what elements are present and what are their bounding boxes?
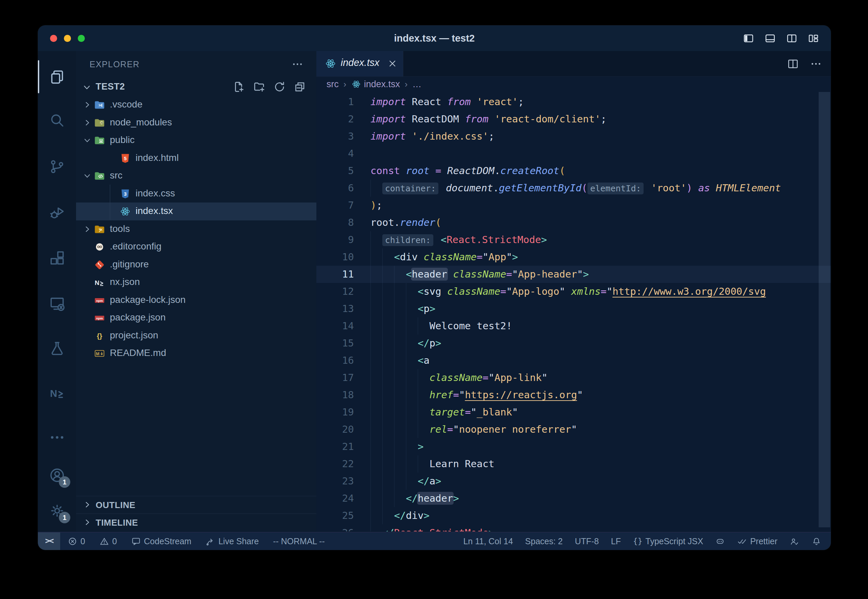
activity-item-nx-console[interactable]: N xyxy=(49,385,66,402)
line-number: 12 xyxy=(316,283,354,300)
customize-layout-button[interactable] xyxy=(808,32,819,44)
tree-item-node-modules[interactable]: JSnode_modules xyxy=(76,114,316,132)
status-item-lf[interactable]: LF xyxy=(611,536,621,546)
status-item[interactable] xyxy=(790,536,799,546)
tree-item--gitignore[interactable]: .gitignore xyxy=(76,256,316,274)
code-editor: 1import React from 'react';2import React… xyxy=(316,92,831,531)
breadcrumb-item[interactable]: src xyxy=(326,79,339,90)
status-item-live-share[interactable]: Live Share xyxy=(206,536,259,546)
status-item-ln-11-col-14[interactable]: Ln 11, Col 14 xyxy=(463,536,513,546)
code-line-25: 25 </div> xyxy=(316,507,831,524)
outline-section[interactable]: OUTLINE xyxy=(76,496,316,514)
tree-item-index-html[interactable]: 5index.html xyxy=(76,149,316,167)
line-number: 15 xyxy=(316,335,354,352)
timeline-label: TIMELINE xyxy=(96,518,138,528)
code-line-9: 9 children: <React.StrictMode> xyxy=(316,231,831,248)
file-label: README.md xyxy=(110,348,166,358)
status-item-0[interactable]: 0 xyxy=(68,536,85,546)
status-left: 00CodeStreamLive Share-- NORMAL -- xyxy=(68,533,325,550)
breadcrumb-item[interactable]: … xyxy=(412,79,421,90)
activity-item-search[interactable] xyxy=(49,112,66,129)
tree-item-nx-json[interactable]: Nnx.json xyxy=(76,274,316,291)
code-line-17: 17 className="App-link" xyxy=(316,369,831,386)
inlay-hint: children: xyxy=(382,234,433,246)
tree-item-index-css[interactable]: 3index.css xyxy=(76,185,316,203)
svg-text:{}: {} xyxy=(97,332,102,339)
line-number: 23 xyxy=(316,473,354,490)
status-item[interactable] xyxy=(812,536,821,546)
code-line-12: 12 <svg className="App-logo" xmlns="http… xyxy=(316,283,831,300)
breadcrumb-label: … xyxy=(412,79,421,90)
tree-item-src[interactable]: src xyxy=(76,167,316,185)
line-number: 16 xyxy=(316,352,354,369)
breadcrumb-item[interactable]: index.tsx xyxy=(351,79,400,90)
toggle-primary-sidebar-button[interactable] xyxy=(743,32,754,44)
status-item-codestream[interactable]: CodeStream xyxy=(131,536,191,546)
new-file-button[interactable] xyxy=(233,80,245,93)
git-icon xyxy=(93,259,105,271)
remote-indicator[interactable]: >< xyxy=(38,533,60,550)
workspace-section-header[interactable]: TEST2 xyxy=(76,78,316,97)
tab-index-tsx[interactable]: index.tsx xyxy=(316,51,403,77)
activity-item-extensions[interactable] xyxy=(49,250,66,267)
svg-text:M: M xyxy=(96,352,99,356)
status-item-typescript-jsx[interactable]: {}TypeScript JSX xyxy=(633,536,703,546)
title-bar: index.tsx — test2 xyxy=(38,26,831,51)
line-number: 2 xyxy=(316,111,354,128)
file-label: public xyxy=(110,134,134,145)
refresh-explorer-button[interactable] xyxy=(273,80,286,93)
status-item-prettier[interactable]: Prettier xyxy=(737,536,778,546)
status-label: TypeScript JSX xyxy=(645,536,703,546)
tree-item-readme-md[interactable]: MREADME.md xyxy=(76,345,316,363)
status-item--normal-[interactable]: -- NORMAL -- xyxy=(273,536,325,546)
tree-item-public[interactable]: public xyxy=(76,131,316,149)
timeline-section[interactable]: TIMELINE xyxy=(76,513,316,531)
activity-item-testing[interactable] xyxy=(49,340,66,357)
line-number: 18 xyxy=(316,386,354,403)
activity-bar: N11 xyxy=(38,51,76,531)
tree-item-project-json[interactable]: {}project.json xyxy=(76,327,316,345)
close-tab-icon[interactable] xyxy=(387,59,397,69)
folder-node-icon: JS xyxy=(93,117,105,129)
tree-item-index-tsx[interactable]: index.tsx xyxy=(76,203,316,220)
split-editor-button[interactable] xyxy=(787,58,799,70)
line-number: 20 xyxy=(316,421,354,438)
tree-item--vscode[interactable]: .vscode xyxy=(76,96,316,114)
activity-item-explorer[interactable] xyxy=(49,69,66,86)
activity-item-remote-explorer[interactable] xyxy=(49,295,66,312)
new-folder-button[interactable] xyxy=(253,80,266,93)
svg-text:3: 3 xyxy=(124,191,126,197)
toggle-panel-button[interactable] xyxy=(764,32,776,44)
outline-label: OUTLINE xyxy=(96,500,135,510)
code-line-6: 6 container: document.getElementById(ele… xyxy=(316,179,831,197)
collapse-folders-button[interactable] xyxy=(293,80,306,93)
line-number: 14 xyxy=(316,318,354,335)
line-number: 4 xyxy=(316,145,354,162)
activity-item-more-views[interactable] xyxy=(49,429,66,446)
toggle-secondary-sidebar-button[interactable] xyxy=(786,32,798,44)
bell-icon xyxy=(812,536,821,546)
line-content: root.render( xyxy=(370,214,441,231)
activity-item-accounts[interactable]: 1 xyxy=(49,467,66,484)
line-content: import './index.css'; xyxy=(370,128,495,145)
line-number: 7 xyxy=(316,197,354,214)
svg-text:5: 5 xyxy=(124,156,126,161)
activity-item-settings[interactable]: 1 xyxy=(49,502,66,519)
status-item-spaces-2[interactable]: Spaces: 2 xyxy=(525,536,563,546)
tree-item-package-json[interactable]: npmpackage.json xyxy=(76,309,316,327)
tree-item--editorconfig[interactable]: .editorconfig xyxy=(76,238,316,256)
status-item-utf-8[interactable]: UTF-8 xyxy=(575,536,599,546)
editor-scrollbar-thumb[interactable] xyxy=(818,92,830,527)
tree-item-tools[interactable]: tools xyxy=(76,220,316,238)
status-item[interactable] xyxy=(715,536,725,546)
status-item-0[interactable]: 0 xyxy=(99,536,117,546)
activity-item-source-control[interactable] xyxy=(49,158,66,175)
activity-item-run-debug[interactable] xyxy=(49,204,66,221)
code-line-15: 15 </p> xyxy=(316,335,831,352)
explorer-more-actions-button[interactable] xyxy=(291,58,304,70)
code-line-18: 18 href="https://reactjs.org" xyxy=(316,386,831,403)
more-actions-button[interactable] xyxy=(810,58,822,70)
breadcrumb-label: src xyxy=(326,79,339,90)
line-content: <p> xyxy=(370,300,435,318)
tree-item-package-lock-json[interactable]: npmpackage-lock.json xyxy=(76,291,316,309)
